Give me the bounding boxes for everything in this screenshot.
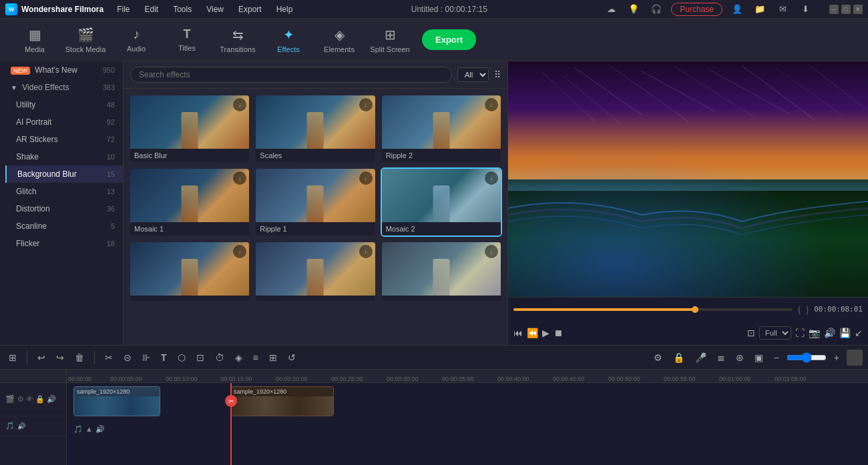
more-options-button[interactable]: ↙ (855, 328, 863, 338)
sidebar-item-shake[interactable]: Shake 10 (5, 148, 123, 165)
mail-icon[interactable]: ✉ (775, 1, 791, 17)
crop-button[interactable]: ⊡ (193, 350, 208, 365)
apps-button[interactable]: ⊞ (5, 350, 20, 365)
redo-button[interactable]: ↪ (53, 350, 67, 365)
mask-button[interactable]: ⬡ (174, 350, 189, 365)
menu-file[interactable]: File (114, 3, 132, 15)
menu-view[interactable]: View (204, 3, 226, 15)
bracket-in-button[interactable]: { (798, 305, 801, 314)
ai-button[interactable]: ⊛ (732, 350, 747, 365)
effects-filter-select[interactable]: All (457, 67, 489, 82)
tool-transitions[interactable]: ⇆ Transitions (214, 21, 262, 59)
track-settings-icon[interactable]: ⚙ (17, 395, 24, 404)
fullscreen-button[interactable]: ⛶ (795, 328, 805, 338)
track-volume-icon[interactable]: 🔊 (47, 395, 56, 404)
track-eye-icon[interactable]: 👁 (26, 395, 33, 404)
grid-view-button[interactable]: ⠿ (494, 69, 501, 80)
sidebar-item-scanline[interactable]: Scanline 5 (5, 217, 123, 235)
split-button[interactable]: ⊪ (139, 350, 154, 365)
minimize-button[interactable]: ─ (829, 5, 839, 14)
sidebar-item-utility[interactable]: Utility 48 (5, 96, 123, 113)
tool-stock-media[interactable]: 🎬 Stock Media (61, 21, 110, 59)
tool-media[interactable]: ▦ Media (11, 21, 59, 59)
audio-lock-icon[interactable]: ▲ (85, 425, 93, 433)
cloud-icon[interactable]: ☁ (603, 1, 619, 17)
download-icon[interactable]: ⬇ (797, 1, 813, 17)
playhead-marker[interactable]: ✂ (225, 395, 237, 407)
sidebar-item-whats-new[interactable]: NEW What's New 950 (0, 61, 123, 79)
menu-help[interactable]: Help (274, 3, 296, 15)
bulb-icon[interactable]: 💡 (626, 1, 642, 17)
tool-elements[interactable]: ◈ Elements (315, 21, 363, 59)
effect-card-mosaic2[interactable]: ↓ Mosaic 2 (381, 167, 502, 237)
cut-button[interactable]: ✂ (101, 350, 116, 365)
mic-button[interactable]: 🎤 (692, 350, 710, 365)
snapshot-button[interactable]: 📷 (809, 328, 820, 338)
progress-handle[interactable] (692, 306, 698, 313)
headset-icon[interactable]: 🎧 (648, 1, 664, 17)
save-frame-button[interactable]: 💾 (839, 328, 851, 338)
zoom-out-button[interactable]: − (771, 350, 783, 365)
hide-button[interactable]: ⊝ (120, 350, 135, 365)
sidebar-item-glitch[interactable]: Glitch 13 (5, 183, 123, 200)
effect-card-scales[interactable]: ↓ Scales (254, 94, 376, 163)
track-lock-icon[interactable]: 🔒 (35, 395, 45, 404)
timeline-tracks[interactable]: 00:00:00 00:00:05:00 00:00:10:00 00:00:1… (67, 370, 868, 465)
effect-card-row3c[interactable]: ↓ (381, 241, 502, 302)
stabilize-button[interactable]: ↺ (284, 350, 299, 365)
effects-search-input[interactable] (130, 67, 452, 83)
sidebar-item-ar-stickers[interactable]: AR Stickers 72 (5, 131, 123, 148)
video-clip-2[interactable]: sample_1920×1280 (230, 386, 334, 416)
menu-tools[interactable]: Tools (170, 3, 194, 15)
bracket-out-button[interactable]: } (806, 305, 809, 314)
account-icon[interactable]: 👤 (729, 1, 745, 17)
lock-button[interactable]: 🔒 (670, 350, 688, 365)
audio-adj-button[interactable]: ≡ (250, 350, 262, 365)
sidebar-item-video-effects[interactable]: ▼ Video Effects 383 (0, 79, 123, 96)
settings-button[interactable]: ⚙ (650, 350, 666, 365)
effect-card-basic-blur[interactable]: ↓ Basic Blur (129, 94, 250, 163)
tool-titles[interactable]: T Titles (163, 21, 211, 59)
zoom-slider[interactable] (787, 352, 827, 363)
stop-button[interactable]: ⏹ (554, 328, 563, 338)
sidebar-item-flicker[interactable]: Flicker 18 (5, 235, 123, 252)
fill-button[interactable]: ◈ (232, 350, 246, 365)
menu-edit[interactable]: Edit (142, 3, 161, 15)
sidebar-item-background-blur[interactable]: Background Blur 15 (5, 165, 123, 183)
maximize-button[interactable]: □ (841, 5, 851, 14)
effect-card-row3b[interactable]: ↓ (254, 241, 376, 302)
audio-track-volume[interactable]: 🔊 (17, 422, 25, 430)
video-clip-1[interactable]: sample_1920×1280 (73, 386, 160, 416)
effect-thumb-row3b: ↓ (256, 242, 375, 296)
effect-card-ripple2[interactable]: ↓ Ripple 2 (381, 94, 502, 163)
fit-screen-button[interactable]: ⊡ (747, 328, 755, 338)
sidebar-item-ai-portrait[interactable]: AI Portrait 92 (5, 113, 123, 131)
preview-progress-bar[interactable] (513, 308, 793, 311)
tool-split-screen[interactable]: ⊞ Split Screen (366, 21, 414, 59)
volume-button[interactable]: 🔊 (824, 328, 835, 338)
undo-button[interactable]: ↩ (34, 350, 49, 365)
effect-card-row3a[interactable]: ↓ (129, 241, 250, 302)
purchase-button[interactable]: Purchase (671, 3, 722, 16)
close-button[interactable]: ✕ (853, 5, 863, 14)
delete-button[interactable]: 🗑 (71, 350, 87, 365)
folder-icon[interactable]: 📁 (752, 1, 768, 17)
overlay-button[interactable]: ▣ (751, 350, 767, 365)
skip-back-button[interactable]: ⏮ (513, 328, 523, 338)
tool-audio[interactable]: ♪ Audio (112, 21, 160, 59)
effect-card-mosaic1[interactable]: ↓ Mosaic 1 (129, 167, 250, 237)
menu-export[interactable]: Export (236, 3, 264, 15)
tool-effects[interactable]: ✦ Effects (264, 21, 312, 59)
audio-volume-small[interactable]: 🔊 (95, 425, 105, 434)
export-button[interactable]: Export (422, 29, 476, 50)
text-button[interactable]: T (158, 350, 170, 365)
timer-button[interactable]: ⏱ (212, 350, 228, 365)
frame-back-button[interactable]: ⏪ (527, 328, 538, 338)
play-button[interactable]: ▶ (542, 328, 550, 338)
clip-speed-button[interactable]: ⊞ (266, 350, 280, 365)
zoom-in-button[interactable]: + (831, 350, 843, 365)
tracks-button[interactable]: ≣ (714, 350, 728, 365)
effect-card-ripple1[interactable]: ↓ Ripple 1 (254, 167, 376, 237)
quality-select[interactable]: Full (759, 326, 791, 340)
sidebar-item-distortion[interactable]: Distortion 36 (5, 200, 123, 217)
